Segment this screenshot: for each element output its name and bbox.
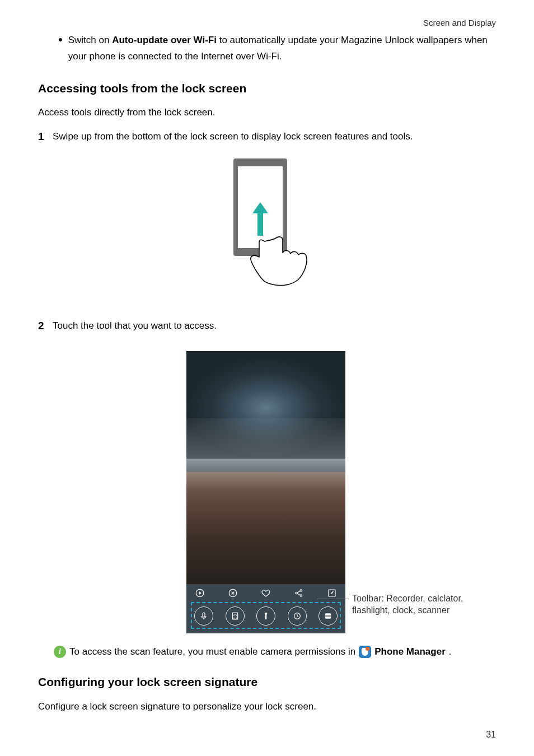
toolbar-callout: Toolbar: Recorder, calclator, flashlight…: [352, 593, 481, 617]
svg-point-4: [296, 592, 297, 594]
flashlight-icon[interactable]: [256, 606, 275, 626]
svg-point-6: [300, 595, 302, 596]
bullet-item: • Switch on Auto-update over Wi-Fi to au…: [38, 32, 496, 65]
note-prefix: To access the scan feature, you must ena…: [69, 645, 355, 659]
bullet-text: Switch on Auto-update over Wi-Fi to auto…: [68, 32, 496, 65]
bullet-bold: Auto-update over Wi-Fi: [112, 35, 217, 45]
bullet-prefix: Switch on: [68, 35, 112, 45]
page-header-section: Screen and Display: [423, 17, 496, 30]
step-text: Swipe up from the bottom of the lock scr…: [53, 129, 496, 144]
magazine-controls-row: [194, 587, 338, 599]
share-icon[interactable]: [293, 587, 305, 599]
note-app-name: Phone Manager: [374, 645, 446, 659]
step-text: Touch the tool that you want to access.: [53, 318, 496, 333]
bullet-dot-icon: •: [58, 34, 63, 66]
heading-accessing-tools: Accessing tools from the lock screen: [38, 80, 496, 97]
illustration-swipe-up: [38, 158, 496, 292]
clock-icon[interactable]: [288, 606, 307, 626]
more-frame-icon[interactable]: [326, 587, 338, 599]
favorite-icon[interactable]: [260, 587, 271, 599]
intro-accessing-tools: Access tools directly from the lock scre…: [38, 105, 496, 120]
step-2: 2 Touch the tool that you want to access…: [38, 318, 496, 334]
heading-lock-signature: Configuring your lock screen signature: [38, 673, 496, 691]
step-1: 1 Swipe up from the bottom of the lock s…: [38, 129, 496, 145]
intro-lock-signature: Configure a lock screen signature to per…: [38, 699, 496, 714]
svg-rect-9: [232, 613, 237, 619]
phone-screenshot: [186, 351, 345, 633]
callout-line1: Toolbar: Recorder, calclator,: [352, 594, 463, 603]
page-number: 31: [486, 728, 496, 741]
scanner-icon[interactable]: [318, 606, 338, 626]
info-note: i To access the scan feature, you must e…: [54, 645, 496, 659]
screenshot-lockscreen-tools: Toolbar: Recorder, calclator, flashlight…: [38, 351, 496, 633]
play-next-icon[interactable]: [194, 587, 205, 599]
info-icon: i: [54, 646, 66, 658]
calculator-icon[interactable]: [226, 606, 245, 626]
lockscreen-toolbar: [194, 606, 338, 626]
svg-rect-8: [203, 613, 205, 617]
phone-swipe-icon: [211, 158, 323, 287]
recorder-icon[interactable]: [194, 606, 213, 626]
step-number: 2: [38, 318, 53, 334]
callout-line2: flashlight, clock, scanner: [352, 605, 449, 615]
svg-point-5: [300, 590, 302, 591]
delete-icon[interactable]: [227, 587, 238, 599]
note-suffix: .: [449, 645, 452, 659]
svg-rect-12: [325, 615, 331, 616]
phone-manager-app-icon: [359, 646, 371, 658]
step-number: 1: [38, 129, 53, 145]
wallpaper-canyon: [186, 472, 345, 584]
